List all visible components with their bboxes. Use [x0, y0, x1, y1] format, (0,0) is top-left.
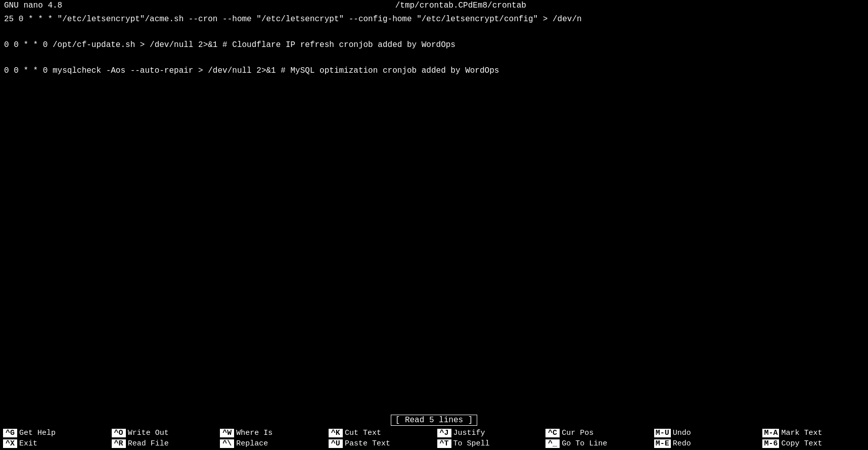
shortcut-key-read-file: ^R [112, 439, 126, 448]
shortcut-label-go-to-line: Go To Line [562, 439, 607, 448]
shortcut-to-spell[interactable]: ^T To Spell [434, 438, 543, 449]
shortcut-key-to-spell: ^T [437, 439, 451, 448]
status-message: [ Read 5 lines ] [391, 415, 478, 426]
shortcut-cur-pos[interactable]: ^C Cur Pos [542, 428, 651, 438]
shortcut-key-cur-pos: ^C [545, 429, 560, 437]
shortcut-exit[interactable]: ^X Exit [0, 438, 109, 449]
shortcut-key-go-to-line: ^_ [545, 439, 560, 448]
shortcut-read-file[interactable]: ^R Read File [109, 438, 217, 449]
title-bar: GNU nano 4.8 /tmp/crontab.CPdEm8/crontab [0, 0, 868, 11]
shortcut-label-redo: Redo [673, 439, 691, 448]
shortcut-label-cut-text: Cut Text [345, 429, 381, 437]
status-bar: [ Read 5 lines ] [0, 414, 868, 427]
shortcut-bar: ^G Get Help ^O Write Out ^W Where Is ^K … [0, 427, 868, 450]
shortcut-redo[interactable]: M-E Redo [651, 438, 760, 449]
editor-line: 0 0 * * 0 /opt/cf-update.sh > /dev/null … [4, 39, 864, 52]
shortcut-label-where-is: Where Is [236, 429, 272, 437]
shortcut-label-mark-text: Mark Text [781, 429, 822, 437]
shortcut-cut-text[interactable]: ^K Cut Text [326, 428, 434, 438]
shortcut-go-to-line[interactable]: ^_ Go To Line [542, 438, 651, 449]
shortcut-key-get-help: ^G [3, 429, 17, 437]
editor-area[interactable]: 25 0 * * * "/etc/letsencrypt"/acme.sh --… [0, 11, 868, 414]
shortcut-label-replace: Replace [236, 439, 268, 448]
editor-line [4, 52, 864, 65]
shortcut-key-mark-text: M-A [762, 429, 779, 437]
shortcut-label-undo: Undo [673, 429, 691, 437]
shortcut-label-write-out: Write Out [128, 429, 169, 437]
shortcut-where-is[interactable]: ^W Where Is [217, 428, 326, 438]
shortcut-label-copy-text: Copy Text [781, 439, 822, 448]
shortcut-get-help[interactable]: ^G Get Help [0, 428, 109, 438]
shortcut-key-cut-text: ^K [329, 429, 343, 437]
editor-line: 0 0 * * 0 mysqlcheck -Aos --auto-repair … [4, 65, 864, 78]
shortcut-label-to-spell: To Spell [453, 439, 490, 448]
shortcut-replace[interactable]: ^\ Replace [217, 438, 326, 449]
shortcut-justify[interactable]: ^J Justify [434, 428, 543, 438]
shortcut-label-paste-text: Paste Text [345, 439, 390, 448]
editor-line [4, 26, 864, 39]
shortcut-key-where-is: ^W [220, 429, 234, 437]
shortcut-key-copy-text: M-6 [762, 439, 779, 448]
shortcut-label-read-file: Read File [128, 439, 169, 448]
filename: /tmp/crontab.CPdEm8/crontab [62, 1, 859, 10]
shortcut-key-write-out: ^O [112, 429, 126, 437]
shortcut-key-redo: M-E [654, 439, 671, 448]
shortcut-key-exit: ^X [3, 439, 17, 448]
shortcut-label-exit: Exit [19, 439, 37, 448]
shortcut-copy-text[interactable]: M-6 Copy Text [759, 438, 868, 449]
shortcut-label-get-help: Get Help [19, 429, 56, 437]
header-right [859, 1, 864, 10]
shortcut-mark-text[interactable]: M-A Mark Text [759, 428, 868, 438]
app-name: GNU nano 4.8 [4, 1, 62, 10]
shortcut-key-undo: M-U [654, 429, 671, 437]
shortcut-undo[interactable]: M-U Undo [651, 428, 760, 438]
shortcut-paste-text[interactable]: ^U Paste Text [326, 438, 434, 449]
shortcut-key-replace: ^\ [220, 439, 234, 448]
editor-line: 25 0 * * * "/etc/letsencrypt"/acme.sh --… [4, 13, 864, 26]
shortcut-key-paste-text: ^U [329, 439, 343, 448]
shortcut-write-out[interactable]: ^O Write Out [109, 428, 217, 438]
shortcut-label-cur-pos: Cur Pos [562, 429, 593, 437]
shortcut-key-justify: ^J [437, 429, 451, 437]
shortcut-label-justify: Justify [453, 429, 485, 437]
